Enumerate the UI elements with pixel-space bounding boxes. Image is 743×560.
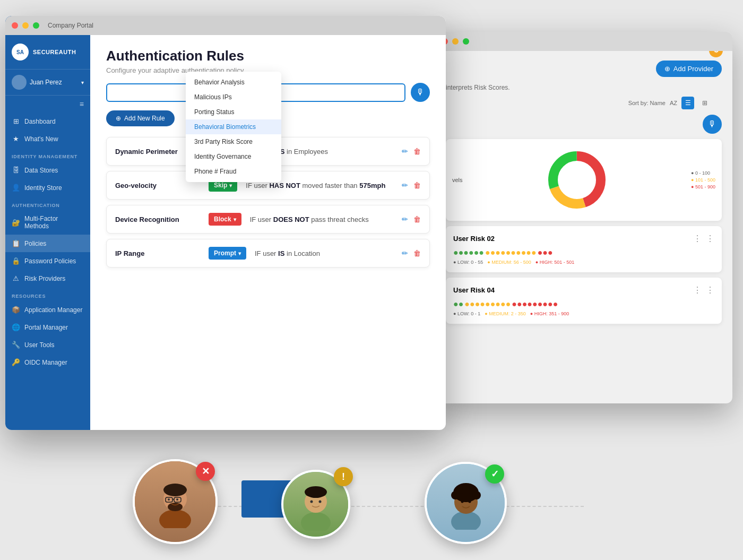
edit-icon-0[interactable]: ✏ [402,147,408,156]
edit-icon-1[interactable]: ✏ [402,181,408,189]
mic-button-back[interactable]: 🎙 [703,115,722,134]
add-rule-icon: ⊕ [116,115,121,122]
svg-point-25 [462,485,470,492]
svg-point-26 [461,500,463,503]
front-maximize-dot[interactable] [33,22,39,29]
rule-condition-1: IF user HAS NOT moved faster than 575mph [246,182,393,189]
portal-manager-icon: 🌐 [12,323,20,331]
risk-dots-2: ●● ●●●●●●●●● ●●●●●●●●● [453,299,714,309]
rule-card-device-recognition: Device Recognition Block ▾ IF user DOES … [106,205,430,234]
chart-legend: ● 0 - 100 ● 101 - 500 ● 501 - 900 [691,170,715,189]
dropdown-behavior-analysis[interactable]: Behavior Analysis [186,75,281,90]
rule-actions-2: ✏ 🗑 [402,215,421,223]
sidebar-label-oidc-manager: OIDC Manager [24,359,67,366]
card2-menu-left[interactable]: ⋮ [693,285,702,295]
minimize-dot[interactable] [452,38,459,45]
dashboard-icon: ⊞ [12,117,20,125]
sidebar-label-mfa: Multi-Factor Methods [24,215,84,230]
card2-menu-right[interactable]: ⋮ [706,285,714,295]
user-tools-icon: 🔧 [12,341,20,349]
badge-warning: ! [334,467,353,486]
svg-point-10 [168,498,170,501]
chart-label: vels [452,177,463,183]
donut-chart [542,145,611,214]
add-provider-button[interactable]: ⊕ Add Provider [656,61,722,77]
edit-icon-2[interactable]: ✏ [402,215,408,223]
list-view-btn[interactable]: ☰ [681,97,694,109]
sidebar-label-portal-manager: Portal Manager [24,324,68,331]
rule-name-3: IP Range [115,249,200,257]
sidebar-label-data-stores: Data Stores [24,167,58,174]
risk-icon: ⚠ [12,274,20,282]
delete-icon-3[interactable]: 🗑 [413,249,421,257]
dropdown-porting-status[interactable]: Porting Status [186,105,281,119]
svg-point-15 [305,486,327,498]
sidebar-item-data-stores[interactable]: 🗄 Data Stores [5,161,90,179]
rule-action-btn-3[interactable]: Prompt ▾ [209,247,246,260]
front-close-dot[interactable] [12,22,18,29]
section-identity: IDENTITY MANAGEMENT [5,148,90,161]
data-stores-icon: 🗄 [12,166,20,174]
sidebar-label-whats-new: What's New [24,135,58,143]
sidebar-item-oidc-manager[interactable]: 🔑 OIDC Manager [5,354,90,371]
user-name: Juan Perez [30,79,62,86]
user-chevron: ▾ [81,80,84,85]
sidebar-item-dashboard[interactable]: ⊞ Dashboard [5,113,90,130]
sidebar-item-policies[interactable]: 📋 Policies [5,235,90,252]
sidebar-item-app-manager[interactable]: 📦 Application Manager [5,301,90,318]
page-title: Authentication Rules [106,48,430,64]
risk-legend-1: ● LOW: 0 - 55 ● MEDIUM: 56 - 500 ● HIGH:… [453,260,714,265]
sidebar-item-mfa[interactable]: 🔐 Multi-Factor Methods [5,210,90,235]
sidebar-item-portal-manager[interactable]: 🌐 Portal Manager [5,318,90,336]
sort-bar-back: Sort by: Name AZ ☰ ⊞ [446,97,722,115]
rule-action-btn-2[interactable]: Block ▾ [209,213,241,226]
dropdown-identity-governance[interactable]: Identity Governance [186,149,281,164]
edit-icon-3[interactable]: ✏ [402,249,408,257]
delete-icon-1[interactable]: 🗑 [413,181,421,189]
sidebar-item-risk-providers[interactable]: ⚠ Risk Providers [5,270,90,287]
whats-new-icon: ★ [12,135,20,143]
sidebar-item-identity-store[interactable]: 👤 Identity Store [5,179,90,196]
front-minimize-dot[interactable] [22,22,29,29]
dropdown-3rd-party[interactable]: 3rd Party Risk Score [186,134,281,149]
chevron-down-icon: ▾ [229,183,232,188]
sidebar-label-password-policies: Password Policies [24,257,76,265]
sidebar-item-user-tools[interactable]: 🔧 User Tools [5,336,90,354]
user-menu[interactable]: Juan Perez ▾ [5,70,90,96]
dropdown-malicious-ips[interactable]: Malicious IPs [186,90,281,105]
rule-condition-3: IF user IS in Location [255,249,393,257]
app-manager-icon: 📦 [12,306,20,314]
rule-condition-2: IF user DOES NOT pass threat checks [250,216,393,223]
window-title: Company Portal [48,22,93,29]
badge-rejected: ✕ [196,462,215,481]
rule-actions-1: ✏ 🗑 [402,181,421,189]
main-window: Company Portal SA SECUREAUTH Juan Perez … [5,16,446,430]
add-icon: ⊕ [664,65,670,73]
sidebar-label-user-tools: User Tools [24,341,54,349]
risk-card-2: User Risk 04 ⋮ ⋮ ●● ●●●●●●●●● ●●●●●●●●● … [446,278,722,324]
mfa-icon: 🔐 [12,219,20,227]
sidebar-label-risk-providers: Risk Providers [24,275,65,282]
delete-icon-2[interactable]: 🗑 [413,215,421,223]
sidebar-item-whats-new[interactable]: ★ What's New [5,130,90,148]
grid-view-btn[interactable]: ⊞ [698,97,711,109]
sidebar-item-password-policies[interactable]: 🔒 Password Policies [5,252,90,270]
svg-point-13 [301,512,331,531]
dropdown-phone-fraud[interactable]: Phone # Fraud [186,164,281,179]
add-new-rule-button[interactable]: ⊕ Add New Rule [106,110,175,126]
mic-button[interactable]: 🎙 [411,83,430,102]
dropdown-menu: Behavior Analysis Malicious IPs Porting … [186,72,281,182]
svg-point-11 [176,498,178,501]
delete-icon-0[interactable]: 🗑 [413,147,421,156]
person-group-2: ! [281,470,350,539]
svg-point-27 [468,500,471,503]
hamburger-menu[interactable]: ≡ [5,96,90,113]
svg-point-6 [163,484,187,496]
sidebar-label-identity-store: Identity Store [24,184,62,192]
card-menu-left[interactable]: ⋮ [693,234,702,244]
card-menu-right[interactable]: ⋮ [706,234,714,244]
section-resources: RESOURCES [5,287,90,301]
dropdown-behavioral-biometrics[interactable]: Behavioral Biometrics [186,119,281,134]
policies-icon: 📋 [12,239,20,247]
maximize-dot[interactable] [463,38,469,45]
